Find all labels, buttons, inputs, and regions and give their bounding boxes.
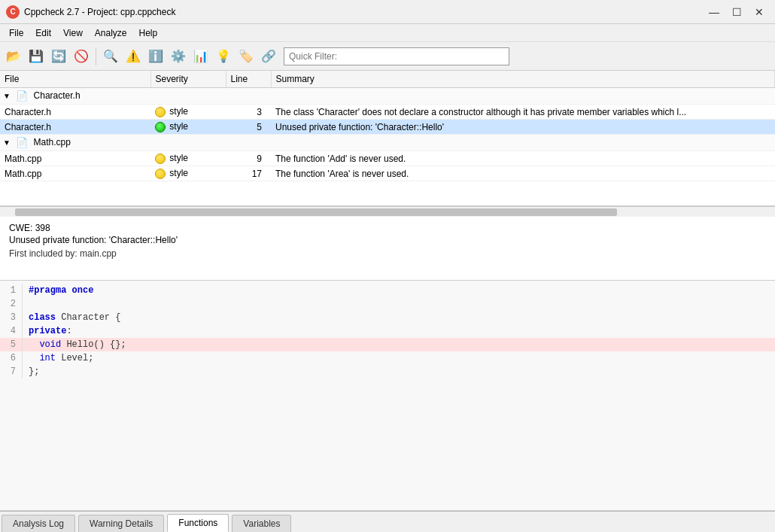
table-header: File Severity Line Summary — [0, 71, 775, 88]
expand-icon: ▼ — [3, 138, 11, 147]
line-number: 7 — [0, 365, 23, 378]
cell-line: 5 — [226, 120, 271, 135]
save-button[interactable]: 💾 — [26, 46, 47, 67]
line-content: private: — [29, 324, 72, 338]
detail-cwe: CWE: 398 — [9, 223, 766, 233]
table-group-row[interactable]: ▼ 📄 Math.cpp — [0, 134, 775, 150]
detail-included-by: First included by: main.cpp — [9, 248, 766, 259]
col-file: File — [0, 71, 150, 88]
table-row[interactable]: Math.cpp style 17 The function 'Area' is… — [0, 166, 775, 181]
cell-summary: The class 'Character' does not declare a… — [271, 105, 775, 120]
severity-dot — [155, 122, 166, 132]
tab-analysis-log[interactable]: Analysis Log — [2, 515, 75, 532]
col-summary: Summary — [271, 71, 775, 88]
code-line: 2 — [0, 297, 775, 311]
warning-button[interactable]: ⚠️ — [123, 46, 144, 67]
detail-message: Unused private function: 'Character::Hel… — [9, 235, 766, 245]
results-table-container[interactable]: File Severity Line Summary ▼ 📄 Character… — [0, 71, 775, 206]
table-row[interactable]: Character.h style 3 The class 'Character… — [0, 105, 775, 120]
line-number: 6 — [0, 351, 23, 365]
stop-button[interactable]: 🚫 — [71, 46, 92, 67]
menu-edit[interactable]: Edit — [29, 26, 57, 40]
line-content: class Character { — [29, 311, 120, 324]
maximize-button[interactable]: ☐ — [727, 5, 746, 20]
code-line: 6 int Level; — [0, 351, 775, 365]
tab-warning-details[interactable]: Warning Details — [78, 515, 164, 532]
table-group-row[interactable]: ▼ 📄 Character.h — [0, 88, 775, 105]
tab-variables[interactable]: Variables — [232, 515, 291, 532]
quick-filter-input[interactable] — [289, 51, 504, 62]
cell-file: Math.cpp — [0, 166, 150, 181]
title-bar: C Cppcheck 2.7 - Project: cpp.cppcheck —… — [0, 0, 775, 24]
file-icon: 📄 — [16, 137, 28, 148]
tab-functions[interactable]: Functions — [167, 514, 229, 532]
main-content: File Severity Line Summary ▼ 📄 Character… — [0, 71, 775, 511]
col-severity: Severity — [150, 71, 226, 88]
line-content: int Level; — [29, 351, 93, 365]
group-name: Character.h — [34, 90, 81, 101]
line-number: 5 — [0, 338, 23, 351]
severity-dot — [155, 169, 166, 179]
info-button[interactable]: ℹ️ — [145, 46, 166, 67]
cell-file: Character.h — [0, 105, 150, 120]
code-line: 5 void Hello() {}; — [0, 338, 775, 351]
cell-file: Character.h — [0, 120, 150, 135]
tag-button[interactable]: 🏷️ — [236, 46, 257, 67]
toolbar: 📂 💾 🔄 🚫 🔍 ⚠️ ℹ️ ⚙️ 📊 💡 🏷️ 🔗 — [0, 42, 775, 71]
line-number: 3 — [0, 311, 23, 324]
detail-pane: CWE: 398 Unused private function: 'Chara… — [0, 217, 775, 281]
line-number: 4 — [0, 324, 23, 338]
link-button[interactable]: 🔗 — [258, 46, 279, 67]
toolbar-separator-1 — [96, 47, 96, 65]
cell-summary: Unused private function: 'Character::Hel… — [271, 120, 775, 135]
reload-button[interactable]: 🔄 — [48, 46, 69, 67]
line-number: 1 — [0, 284, 23, 297]
table-body: ▼ 📄 Character.h Character.h style 3 The … — [0, 88, 775, 181]
line-content: void Hello() {}; — [29, 338, 126, 351]
settings-button[interactable]: ⚙️ — [168, 46, 189, 67]
line-number: 2 — [0, 297, 23, 311]
code-line: 1#pragma once — [0, 284, 775, 297]
cell-severity: style — [150, 105, 226, 120]
cell-severity: style — [150, 166, 226, 181]
close-button[interactable]: ✕ — [749, 5, 769, 20]
minimize-button[interactable]: — — [704, 5, 724, 20]
h-scroll-thumb — [15, 208, 617, 216]
expand-icon: ▼ — [3, 92, 11, 100]
cell-summary: The function 'Area' is never used. — [271, 166, 775, 181]
menu-help[interactable]: Help — [133, 26, 164, 40]
cell-severity: style — [150, 120, 226, 135]
code-line: 4private: — [0, 324, 775, 338]
results-table: File Severity Line Summary ▼ 📄 Character… — [0, 71, 775, 181]
app-icon: C — [6, 5, 20, 19]
line-content: #pragma once — [29, 284, 93, 297]
table-row[interactable]: Character.h style 5 Unused private funct… — [0, 120, 775, 135]
horizontal-scrollbar[interactable] — [0, 206, 775, 217]
cell-line: 3 — [226, 105, 271, 120]
chart-button[interactable]: 📊 — [190, 46, 211, 67]
menu-analyze[interactable]: Analyze — [89, 26, 133, 40]
cell-file: Math.cpp — [0, 151, 150, 166]
cell-summary: The function 'Add' is never used. — [271, 151, 775, 166]
check-button[interactable]: 🔍 — [100, 46, 121, 67]
bottom-tabs: Analysis LogWarning DetailsFunctionsVari… — [0, 511, 775, 532]
open-button[interactable]: 📂 — [3, 46, 24, 67]
window-controls: — ☐ ✕ — [704, 5, 769, 20]
code-view[interactable]: 1#pragma once23class Character {4private… — [0, 281, 775, 511]
col-line: Line — [226, 71, 271, 88]
code-line: 7}; — [0, 365, 775, 378]
group-name: Math.cpp — [34, 137, 71, 147]
cell-line: 17 — [226, 166, 271, 181]
code-line: 3class Character { — [0, 311, 775, 324]
severity-dot — [155, 107, 166, 117]
cell-line: 9 — [226, 151, 271, 166]
menu-file[interactable]: File — [3, 26, 29, 40]
file-icon: 📄 — [16, 90, 28, 102]
bulb-button[interactable]: 💡 — [213, 46, 234, 67]
table-row[interactable]: Math.cpp style 9 The function 'Add' is n… — [0, 151, 775, 166]
quick-filter-container — [284, 47, 509, 65]
menu-view[interactable]: View — [57, 26, 89, 40]
menu-bar: File Edit View Analyze Help — [0, 24, 775, 42]
cell-severity: style — [150, 151, 226, 166]
severity-dot — [155, 154, 166, 164]
